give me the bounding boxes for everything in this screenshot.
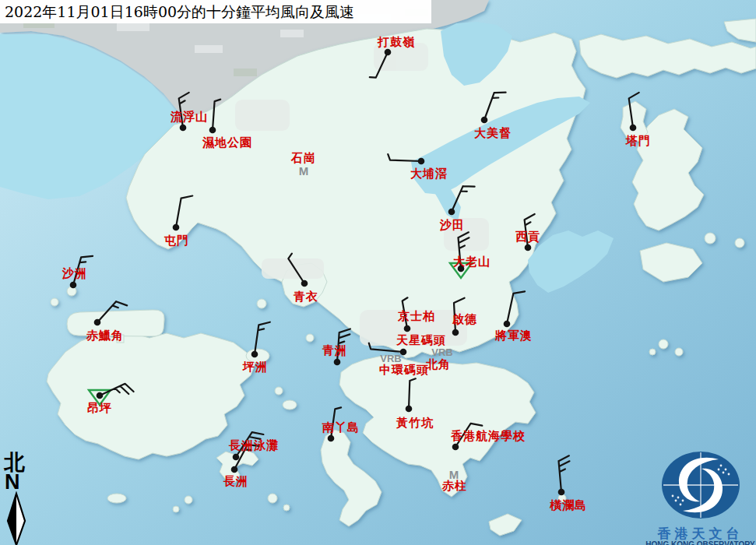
station-label: 西貢 (515, 230, 540, 244)
station-label: 京士柏 (398, 309, 435, 324)
hko-logo: 香港天文台 HONG KONG OBSERVATORY (645, 450, 756, 545)
compass: 北 N (2, 452, 36, 545)
station-label: 濕地公園 (202, 135, 252, 150)
station-label: 北角 (426, 357, 451, 372)
station-label: 黃竹坑 (396, 416, 434, 431)
station-label: 屯門 (164, 234, 189, 248)
station-label: 赤柱 (442, 479, 467, 494)
station-label: 石崗 (291, 151, 316, 166)
station-label: 坪洲 (243, 360, 268, 374)
station-label: 長洲 (223, 474, 248, 489)
station-label: 青衣 (294, 290, 318, 304)
station-label: 昂坪 (87, 401, 112, 416)
station-label: 啟德 (452, 312, 477, 327)
compass-north-letter: N (5, 473, 36, 491)
station-label: 橫瀾島 (550, 498, 587, 513)
station-label: 大美督 (474, 126, 512, 141)
missing-data-marker: M (299, 164, 309, 178)
variable-wind-marker: VRB (431, 346, 452, 358)
station-label: 大埔滘 (410, 167, 448, 181)
station-label: 沙田 (440, 218, 465, 233)
station-labels-layer: 打鼓嶺流浮山濕地公園大美督塔門M石崗大埔滘沙田西貢大老山屯門沙洲青衣赤鱲角坪洲京… (0, 0, 756, 545)
station-label: 塔門 (626, 134, 651, 149)
hko-name-english: HONG KONG OBSERVATORY (645, 540, 756, 545)
station-label: 長洲泳灘 (229, 438, 279, 453)
station-label: 香港航海學校 (451, 429, 526, 444)
station-label: 打鼓嶺 (378, 35, 415, 50)
hko-name-chinese: 香港天文台 (645, 526, 756, 540)
station-label: 南丫島 (322, 420, 360, 435)
compass-needle-icon (2, 491, 33, 545)
compass-north-chinese: 北 (4, 452, 36, 473)
hko-logo-icon (645, 450, 756, 522)
wind-map-app: 2022年11月01日16時00分的十分鐘平均風向及風速 打鼓嶺流浮山濕地公園大… (0, 0, 756, 545)
station-label: 大老山 (453, 255, 491, 269)
station-label: 流浮山 (171, 110, 208, 125)
map-title: 2022年11月01日16時00分的十分鐘平均風向及風速 (5, 3, 354, 20)
station-label: 沙洲 (62, 266, 87, 281)
station-label: 青洲 (322, 343, 347, 358)
station-label: 中環碼頭 (379, 363, 429, 378)
title-bar: 2022年11月01日16時00分的十分鐘平均風向及風速 (0, 0, 431, 23)
station-label: 將軍澳 (495, 329, 533, 343)
station-label: 赤鱲角 (86, 329, 124, 343)
